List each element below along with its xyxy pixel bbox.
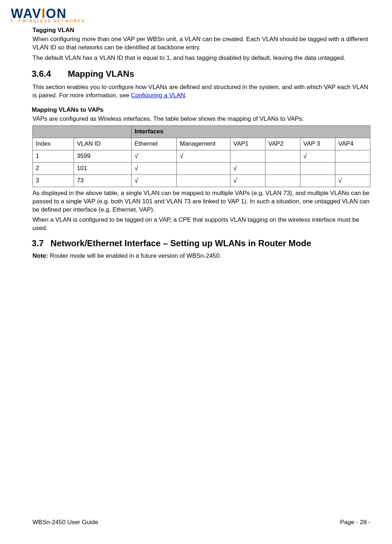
section-3-7-note: Note: Router mode will be enabled in a f… xyxy=(32,252,370,260)
note-text: Router mode will be enabled in a future … xyxy=(48,252,221,259)
table-header-row-2: Index VLAN ID Ethernet Management VAP1 V… xyxy=(33,138,370,150)
cell-vap3: √ xyxy=(300,150,335,162)
section-num: 3.6.4 xyxy=(32,69,68,79)
mapping-p3: When a VLAN is configured to be tagged o… xyxy=(32,216,370,233)
section-3-6-4-p1: This section enables you to configure ho… xyxy=(32,83,370,100)
p1-text-a: This section enables you to configure ho… xyxy=(32,84,368,99)
tagging-vlan-heading: Tagging VLAN xyxy=(32,27,370,34)
section-3-7-heading: 3.7Network/Ethernet Interface – Setting … xyxy=(32,238,370,248)
footer-right: Page - 28 - xyxy=(340,519,370,526)
col-vap3: VAP 3 xyxy=(300,138,335,150)
table-row: 2 101 √ √ xyxy=(33,162,370,174)
cell-vap4 xyxy=(335,150,370,162)
cell-vap1: √ xyxy=(230,162,265,174)
page-footer: WBSn-2450 User Guide Page - 28 - xyxy=(32,519,370,526)
section-3-6-4-heading: 3.6.4Mapping VLANs xyxy=(32,69,370,79)
cell-vap4: √ xyxy=(335,174,370,187)
col-vap1: VAP1 xyxy=(230,138,265,150)
col-index: Index xyxy=(33,138,74,150)
cell-vap1: √ xyxy=(230,174,265,187)
cell-management xyxy=(177,162,230,174)
configuring-vlan-link[interactable]: Configuring a VLAN xyxy=(131,92,185,99)
col-ethernet: Ethernet xyxy=(131,138,177,150)
cell-ethernet: √ xyxy=(131,150,177,162)
mapping-p2: As displayed in the above table, a singl… xyxy=(32,189,370,214)
cell-vap2 xyxy=(265,174,300,187)
table-row: 1 3599 √ √ √ xyxy=(33,150,370,162)
cell-management xyxy=(177,174,230,187)
cell-vap2 xyxy=(265,162,300,174)
cell-vap1 xyxy=(230,150,265,162)
col-management: Management xyxy=(177,138,230,150)
cell-vap3 xyxy=(300,162,335,174)
cell-management: √ xyxy=(177,150,230,162)
cell-vlanid: 73 xyxy=(74,174,132,187)
logo: WAVION WIRELESS NETWORKS xyxy=(11,7,370,23)
section-37-num: 3.7 xyxy=(32,238,50,248)
cell-vap4 xyxy=(335,162,370,174)
cell-vlanid: 3599 xyxy=(74,150,132,162)
cell-index: 1 xyxy=(33,150,74,162)
section-37-title: Network/Ethernet Interface – Setting up … xyxy=(50,238,311,248)
logo-i: I xyxy=(41,6,46,21)
cell-index: 3 xyxy=(33,174,74,187)
logo-subtitle: WIRELESS NETWORKS xyxy=(11,19,370,23)
table-header-row-1: Interfaces xyxy=(33,125,370,138)
logo-brand: WAVION xyxy=(11,7,370,20)
mapping-heading: Mapping VLANs to VAPs xyxy=(32,106,370,114)
header-interfaces: Interfaces xyxy=(131,125,370,138)
header-empty xyxy=(33,125,132,138)
section-title: Mapping VLANs xyxy=(68,69,134,79)
mapping-intro: VAPs are configured as Wireless interfac… xyxy=(32,115,370,123)
cell-ethernet: √ xyxy=(131,162,177,174)
table-row: 3 73 √ √ √ xyxy=(33,174,370,187)
vlan-vap-table: Interfaces Index VLAN ID Ethernet Manage… xyxy=(32,125,370,187)
p1-text-b: . xyxy=(185,92,187,99)
cell-vap2 xyxy=(265,150,300,162)
note-label: Note: xyxy=(32,252,48,259)
col-vap4: VAP4 xyxy=(335,138,370,150)
tagging-p1: When configuring more than one VAP per W… xyxy=(32,35,370,52)
col-vlanid: VLAN ID xyxy=(74,138,132,150)
cell-vlanid: 101 xyxy=(74,162,132,174)
footer-left: WBSn-2450 User Guide xyxy=(32,519,98,526)
tagging-p2: The default VLAN has a VLAN ID that is e… xyxy=(32,54,370,62)
cell-ethernet: √ xyxy=(131,174,177,187)
cell-index: 2 xyxy=(33,162,74,174)
cell-vap3 xyxy=(300,174,335,187)
col-vap2: VAP2 xyxy=(265,138,300,150)
